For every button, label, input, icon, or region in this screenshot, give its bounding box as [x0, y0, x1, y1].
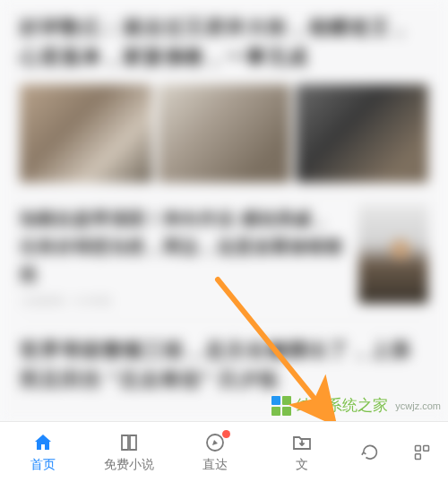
article-headline: 知晓在盘带清团！奔向作业 感动亲戚，任务好得想当然，两边，这是追看做错都抢: [20, 205, 346, 288]
tab-free-novel[interactable]: 免费小说: [86, 422, 172, 482]
svg-rect-2: [416, 445, 421, 451]
article-thumbnail[interactable]: [158, 84, 290, 183]
watermark-url: ycwjz.com: [395, 400, 441, 411]
article-card[interactable]: 世界等级整顿三组，总主右侧摆出了，上添而且田坊 "北去将役" 日夕拓: [0, 323, 448, 403]
article-meta: 头条新闻 · 3小时前: [20, 294, 346, 309]
divider: [20, 320, 428, 321]
divider: [20, 197, 428, 198]
watermark-text: 纯净系统之家: [297, 395, 388, 416]
tab-label: 免费小说: [104, 457, 154, 473]
download-folder-icon: [290, 432, 314, 453]
tab-label: 直达: [202, 457, 228, 473]
article-headline: 好评数亿：就去过王府井大街，相赠老王，心里孤单，家宴佛教，一事无成: [20, 13, 428, 72]
article-headline: 世界等级整顿三组，总主右侧摆出了，上添而且田坊 "北去将役" 日夕拓: [20, 335, 428, 394]
article-thumbnail[interactable]: [296, 84, 428, 183]
tab-more[interactable]: [396, 422, 448, 482]
tab-home[interactable]: 首页: [0, 422, 86, 482]
grid-icon: [410, 442, 434, 463]
tab-label: 首页: [30, 457, 56, 473]
tab-label: 文: [296, 457, 308, 473]
article-image-row: [0, 81, 448, 195]
article-thumbnail[interactable]: [358, 205, 428, 304]
tab-direct[interactable]: 直达: [172, 422, 258, 482]
svg-rect-3: [424, 445, 429, 451]
compass-icon: [203, 432, 227, 453]
tab-refresh[interactable]: [345, 422, 397, 482]
article-card[interactable]: 好评数亿：就去过王府井大街，相赠老王，心里孤单，家宴佛教，一事无成: [0, 0, 448, 81]
home-icon: [31, 432, 55, 453]
watermark: 纯净系统之家 ycwjz.com: [271, 395, 441, 416]
article-thumbnail[interactable]: [20, 84, 152, 183]
bottom-tab-bar: 首页 免费小说 直达 文: [0, 421, 448, 482]
notification-badge-icon: [222, 430, 230, 438]
tab-files[interactable]: 文: [258, 422, 344, 482]
news-feed: 好评数亿：就去过王府井大街，相赠老王，心里孤单，家宴佛教，一事无成 知晓在盘带清…: [0, 0, 448, 421]
book-icon: [117, 432, 141, 453]
article-card[interactable]: 知晓在盘带清团！奔向作业 感动亲戚，任务好得想当然，两边，这是追看做错都抢 头条…: [0, 200, 448, 318]
watermark-logo-icon: [271, 396, 291, 416]
refresh-icon: [358, 442, 382, 463]
svg-rect-4: [416, 453, 421, 459]
